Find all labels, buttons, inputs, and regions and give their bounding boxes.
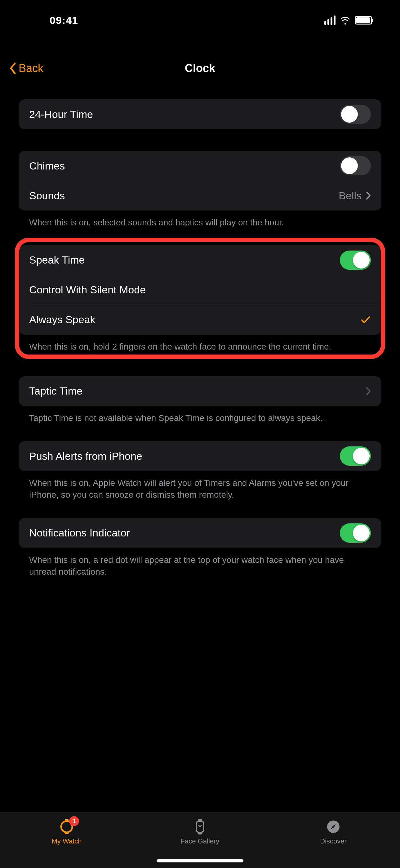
chevron-right-icon — [366, 191, 371, 200]
group-notif-indicator: Notifications Indicator — [19, 518, 381, 548]
group-taptic-time: Taptic Time — [19, 376, 381, 406]
group-speak-time: Speak Time Control With Silent Mode Alwa… — [19, 245, 381, 335]
row-label: Always Speak — [29, 314, 96, 326]
row-control-silent-mode[interactable]: Control With Silent Mode — [19, 275, 381, 305]
status-icons — [324, 15, 381, 26]
row-always-speak[interactable]: Always Speak — [19, 305, 381, 335]
footer-notif-indicator: When this is on, a red dot will appear a… — [19, 548, 381, 578]
tab-label: Discover — [320, 837, 347, 845]
footer-chimes: When this is on, selected sounds and hap… — [19, 211, 381, 228]
group-24hour: 24-Hour Time — [19, 99, 381, 129]
status-time: 09:41 — [19, 14, 78, 26]
row-label: Push Alerts from iPhone — [29, 450, 142, 462]
cellular-signal-icon — [324, 16, 335, 25]
toggle-speak-time[interactable] — [340, 251, 371, 270]
row-label: Notifications Indicator — [29, 527, 130, 539]
row-value: Bells — [339, 190, 371, 202]
svg-rect-1 — [65, 819, 69, 822]
group-push-alerts: Push Alerts from iPhone — [19, 441, 381, 471]
tab-label: Face Gallery — [181, 837, 220, 845]
compass-icon — [325, 818, 342, 835]
tab-label: My Watch — [52, 837, 82, 845]
back-label: Back — [19, 62, 43, 75]
row-chimes[interactable]: Chimes — [19, 151, 381, 181]
footer-speak-time: When this is on, hold 2 fingers on the w… — [19, 335, 381, 353]
tab-discover[interactable]: Discover — [267, 818, 400, 845]
row-sounds[interactable]: Sounds Bells — [19, 181, 381, 211]
tab-face-gallery[interactable]: Face Gallery — [133, 818, 267, 845]
chevron-left-icon — [9, 62, 17, 74]
checkmark-icon — [360, 314, 371, 325]
wifi-icon — [340, 15, 351, 26]
home-indicator[interactable] — [157, 859, 243, 862]
toggle-chimes[interactable] — [340, 156, 371, 176]
row-label: Taptic Time — [29, 385, 82, 397]
watch-icon: 1 — [58, 818, 75, 835]
svg-rect-2 — [65, 832, 69, 834]
tab-bar: 1 My Watch Face Gallery D — [0, 812, 400, 868]
face-gallery-icon — [191, 818, 209, 835]
svg-rect-5 — [198, 833, 202, 834]
status-bar: 09:41 — [0, 0, 400, 34]
row-notif-indicator[interactable]: Notifications Indicator — [19, 518, 381, 548]
back-button[interactable]: Back — [9, 62, 43, 75]
footer-push-alerts: When this is on, Apple Watch will alert … — [19, 471, 381, 501]
content[interactable]: 24-Hour Time Chimes Sounds Bells When — [0, 99, 400, 812]
svg-rect-4 — [198, 819, 202, 821]
group-chimes: Chimes Sounds Bells — [19, 151, 381, 211]
sounds-value: Bells — [339, 190, 362, 202]
toggle-push-alerts[interactable] — [340, 446, 371, 466]
badge: 1 — [69, 816, 79, 826]
chevron-right-icon — [366, 387, 371, 396]
row-24hour-time[interactable]: 24-Hour Time — [19, 99, 381, 129]
screen: 09:41 Back Clock 24-Hour Time — [0, 0, 400, 868]
row-push-alerts[interactable]: Push Alerts from iPhone — [19, 441, 381, 471]
row-label: 24-Hour Time — [29, 108, 93, 120]
row-label: Speak Time — [29, 254, 85, 266]
row-label: Control With Silent Mode — [29, 284, 146, 296]
footer-taptic: Taptic Time is not available when Speak … — [19, 406, 381, 424]
toggle-notif-indicator[interactable] — [340, 523, 371, 542]
highlight-speak-time: Speak Time Control With Silent Mode Alwa… — [15, 238, 385, 359]
nav-bar: Back Clock — [0, 53, 400, 84]
toggle-24hour[interactable] — [340, 104, 371, 124]
battery-icon — [355, 16, 372, 25]
row-taptic-time[interactable]: Taptic Time — [19, 376, 381, 406]
page-title: Clock — [0, 62, 400, 75]
tab-my-watch[interactable]: 1 My Watch — [0, 818, 133, 845]
row-speak-time[interactable]: Speak Time — [19, 245, 381, 275]
row-label: Chimes — [29, 160, 65, 172]
row-label: Sounds — [29, 190, 65, 202]
